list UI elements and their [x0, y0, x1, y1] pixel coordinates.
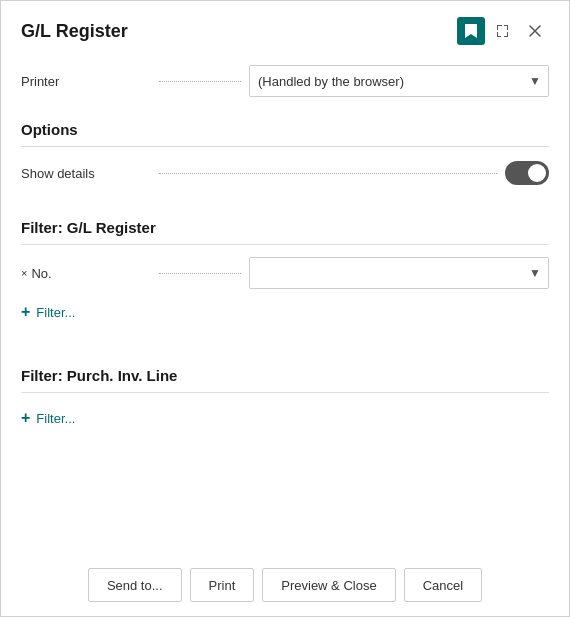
filter-no-input[interactable]: [249, 257, 549, 289]
show-details-row: Show details: [21, 161, 549, 185]
options-section-title: Options: [21, 111, 549, 144]
send-to-button[interactable]: Send to...: [88, 568, 182, 602]
toggle-slider: [505, 161, 549, 185]
printer-row: Printer (Handled by the browser) ▼: [21, 65, 549, 97]
add-filter-purch-label: Filter...: [36, 411, 75, 426]
filter-no-text: No.: [31, 266, 51, 281]
print-label: Print: [209, 578, 236, 593]
filter-gl-divider: [21, 244, 549, 245]
close-button[interactable]: [521, 17, 549, 45]
filter-x-badge: ×: [21, 267, 27, 279]
printer-label: Printer: [21, 74, 151, 89]
plus-icon-gl: +: [21, 303, 30, 321]
printer-dotted-line: [159, 81, 241, 82]
bookmark-button[interactable]: [457, 17, 485, 45]
options-divider: [21, 146, 549, 147]
show-details-dotted-line: [159, 173, 497, 174]
filter-no-dotted: [159, 273, 241, 274]
filter-purch-title: Filter: Purch. Inv. Line: [21, 353, 549, 390]
show-details-label: Show details: [21, 166, 151, 181]
dialog-title: G/L Register: [21, 21, 128, 42]
add-filter-purch-button[interactable]: + Filter...: [21, 405, 75, 431]
preview-close-button[interactable]: Preview & Close: [262, 568, 395, 602]
cancel-label: Cancel: [423, 578, 463, 593]
dialog-header: G/L Register: [1, 1, 569, 57]
send-to-label: Send to...: [107, 578, 163, 593]
cancel-button[interactable]: Cancel: [404, 568, 482, 602]
close-icon: [529, 25, 541, 37]
filter-gl-no-row: × No. ▼: [21, 257, 549, 289]
add-filter-gl-label: Filter...: [36, 305, 75, 320]
show-details-toggle[interactable]: [505, 161, 549, 185]
filter-gl-no-label: × No.: [21, 266, 151, 281]
dialog-footer: Send to... Print Preview & Close Cancel: [1, 554, 569, 616]
dialog-body: Printer (Handled by the browser) ▼ Optio…: [1, 57, 569, 497]
print-button[interactable]: Print: [190, 568, 255, 602]
expand-icon: [496, 24, 510, 38]
printer-select[interactable]: (Handled by the browser): [249, 65, 549, 97]
header-icons: [457, 17, 549, 45]
expand-button[interactable]: [489, 17, 517, 45]
plus-icon-purch: +: [21, 409, 30, 427]
add-filter-gl-button[interactable]: + Filter...: [21, 299, 75, 325]
printer-select-wrapper: (Handled by the browser) ▼: [249, 65, 549, 97]
preview-close-label: Preview & Close: [281, 578, 376, 593]
filter-gl-title: Filter: G/L Register: [21, 205, 549, 242]
gl-register-dialog: G/L Register Printer: [0, 0, 570, 617]
filter-purch-divider: [21, 392, 549, 393]
toggle-wrapper: [505, 161, 549, 185]
bookmark-icon: [464, 23, 478, 39]
filter-no-input-wrapper: ▼: [249, 257, 549, 289]
